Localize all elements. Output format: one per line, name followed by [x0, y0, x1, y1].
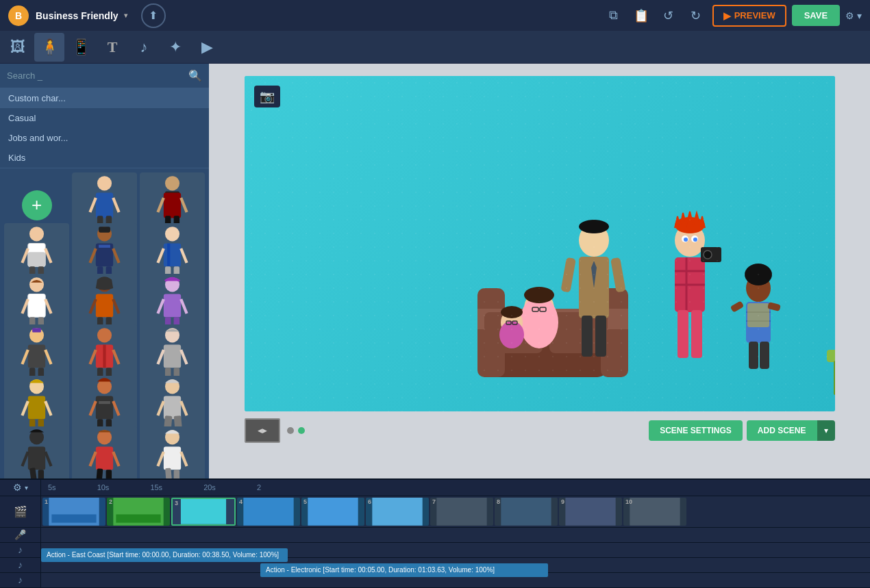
svg-rect-150 [746, 302, 771, 343]
svg-point-13 [29, 227, 44, 241]
scene-settings-button[interactable]: SCENE SETTINGS [649, 420, 743, 441]
top-header: B Business Friendly ▾ ⬆ ⧉ 📋 ↺ ↻ ▶ PREVIE… [0, 0, 870, 31]
svg-rect-80 [96, 396, 113, 419]
svg-rect-119 [532, 307, 538, 311]
canvas-area: 📷 [209, 64, 870, 478]
svg-line-83 [113, 401, 119, 416]
scene-thumb-3[interactable]: 3 [171, 498, 236, 526]
list-item[interactable] [72, 426, 137, 478]
scene-thumbnail-preview[interactable]: ◀▶ [245, 418, 280, 443]
music-note-icon-2: ♪ [18, 559, 23, 570]
left-sidebar: 🔍 Custom char... Casual Jobs and wor... … [0, 64, 209, 478]
svg-rect-205 [565, 498, 615, 526]
svg-rect-131 [595, 316, 606, 357]
svg-rect-105 [164, 446, 181, 470]
svg-point-136 [682, 235, 688, 242]
tool-music-button[interactable]: ♪ [129, 33, 159, 62]
settings-button[interactable]: ⚙ ▾ [845, 10, 862, 21]
scene-thumb-2[interactable]: 2 [107, 498, 170, 526]
svg-rect-201 [308, 498, 358, 526]
svg-rect-42 [96, 294, 113, 318]
scene-dot[interactable] [287, 427, 294, 434]
list-item[interactable] [4, 426, 69, 478]
paste-icon[interactable]: 📋 [630, 5, 652, 27]
scene-num-8: 8 [497, 498, 500, 505]
svg-line-31 [158, 248, 163, 263]
header-actions: ⧉ 📋 ↺ ↻ ▶ PREVIEW SAVE ⚙ ▾ [603, 5, 862, 27]
scene-thumb-10[interactable]: 10 [623, 498, 686, 526]
svg-line-43 [90, 299, 95, 314]
scene-num-10: 10 [625, 498, 632, 505]
preview-button[interactable]: ▶ PREVIEW [712, 5, 786, 27]
scene-thumb-6[interactable]: 6 [366, 498, 429, 526]
audio-bar-2[interactable]: Action - Electronic [Start time: 00:05.0… [260, 563, 548, 577]
music-track-label-1: ♪ [0, 543, 41, 557]
svg-rect-93 [28, 446, 45, 470]
scene-illustration [245, 76, 835, 411]
svg-rect-154 [730, 301, 744, 313]
tool-text-button[interactable]: T [97, 33, 127, 62]
list-item[interactable] [140, 426, 205, 478]
svg-rect-54 [32, 329, 41, 333]
tool-character-button[interactable]: 🧍 [34, 33, 64, 62]
scene-buttons: SCENE SETTINGS ADD SCENE ▾ [649, 420, 834, 441]
svg-rect-55 [28, 345, 45, 368]
add-scene-dropdown-button[interactable]: ▾ [817, 420, 835, 441]
svg-point-137 [691, 235, 698, 242]
scene-thumb-5[interactable]: 5 [301, 498, 364, 526]
tool-image-button[interactable]: 🖼 [3, 33, 33, 62]
svg-rect-196 [51, 514, 96, 522]
timeline-gear-button[interactable]: ⚙ ▾ [0, 480, 41, 496]
add-scene-group: ADD SCENE ▾ [747, 420, 835, 441]
svg-line-38 [45, 299, 51, 314]
category-custom[interactable]: Custom char... [0, 88, 209, 108]
scene-thumb-8[interactable]: 8 [495, 498, 558, 526]
tool-effects-button[interactable]: ✦ [160, 33, 190, 62]
add-scene-button[interactable]: ADD SCENE [747, 420, 817, 441]
svg-line-16 [22, 248, 27, 263]
tool-video-button[interactable]: ▶ [192, 33, 222, 62]
scene-num-2: 2 [109, 498, 112, 505]
category-kids[interactable]: Kids [0, 148, 209, 168]
copy-icon[interactable]: ⧉ [603, 5, 625, 27]
svg-point-149 [745, 264, 772, 285]
redo-icon[interactable]: ↻ [685, 5, 707, 27]
scene-canvas: 📷 [245, 76, 835, 411]
svg-line-24 [90, 248, 95, 263]
search-icon[interactable]: 🔍 [188, 69, 202, 82]
svg-point-139 [693, 238, 697, 242]
svg-rect-112 [601, 288, 628, 377]
svg-line-9 [158, 198, 163, 212]
text-icon: T [108, 38, 118, 56]
add-character-button[interactable]: + [22, 190, 52, 220]
scene-thumb-7[interactable]: 7 [430, 498, 493, 526]
tool-device-button[interactable]: 📱 [66, 33, 96, 62]
search-input[interactable] [7, 71, 184, 81]
upload-button[interactable]: ⬆ [141, 3, 166, 28]
music-note-icon: ♪ [18, 544, 23, 555]
svg-line-88 [158, 401, 163, 416]
svg-rect-103 [106, 470, 112, 478]
svg-point-6 [165, 176, 179, 190]
timeline-scenes-track: 🎬 1 2 3 4 [0, 496, 870, 528]
scene-dot-active[interactable] [298, 427, 305, 434]
svg-line-44 [113, 299, 119, 314]
scene-thumb-1[interactable]: 1 [42, 498, 105, 526]
svg-rect-1 [96, 193, 113, 218]
scene-num-1: 1 [45, 498, 48, 505]
music-track-label-3: ♪ [0, 573, 41, 587]
scene-num-3: 3 [175, 500, 178, 507]
category-jobs[interactable]: Jobs and wor... [0, 128, 209, 148]
undo-icon[interactable]: ↺ [658, 5, 680, 27]
avatar: B [8, 5, 29, 26]
svg-point-134 [675, 224, 705, 257]
scene-thumb-4[interactable]: 4 [237, 498, 300, 526]
music-track-content-1: Action - East Coast [Start time: 00:00.0… [41, 543, 870, 557]
video-icon: ▶ [201, 38, 213, 56]
svg-point-116 [524, 291, 554, 327]
save-button[interactable]: SAVE [792, 5, 840, 26]
svg-point-35 [29, 278, 44, 292]
scene-thumb-9[interactable]: 9 [559, 498, 622, 526]
category-casual[interactable]: Casual [0, 108, 209, 128]
svg-rect-23 [99, 245, 110, 248]
